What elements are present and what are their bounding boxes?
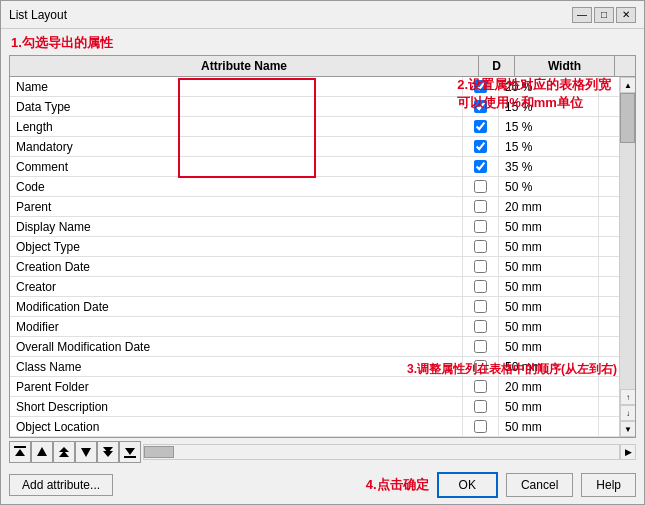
- cell-width: 50 mm: [499, 397, 599, 416]
- cell-checkbox: [463, 137, 499, 156]
- cell-checkbox: [463, 197, 499, 216]
- maximize-button[interactable]: □: [594, 7, 614, 23]
- table-row: Short Description50 mm: [10, 397, 619, 417]
- row-checkbox[interactable]: [474, 400, 487, 413]
- scroll-down-button-bottom[interactable]: ↓: [620, 405, 635, 421]
- cell-attribute-name: Code: [10, 177, 463, 196]
- table-row: Parent20 mm: [10, 197, 619, 217]
- scroll-bottom-button[interactable]: ▼: [620, 421, 635, 437]
- close-button[interactable]: ✕: [616, 7, 636, 23]
- minimize-button[interactable]: —: [572, 7, 592, 23]
- cell-spacer: [599, 97, 619, 116]
- row-checkbox[interactable]: [474, 220, 487, 233]
- row-checkbox[interactable]: [474, 280, 487, 293]
- table-row: Object Type50 mm: [10, 237, 619, 257]
- move-down-fast-button[interactable]: [97, 441, 119, 463]
- cell-attribute-name: Modification Date: [10, 297, 463, 316]
- row-checkbox[interactable]: [474, 420, 487, 433]
- vertical-scrollbar[interactable]: ▲ ↑ ↓ ▼: [619, 77, 635, 437]
- horizontal-scrollbar[interactable]: [143, 444, 620, 460]
- scroll-thumb[interactable]: [620, 93, 635, 143]
- table-row: Overall Modification Date50 mm: [10, 337, 619, 357]
- row-checkbox[interactable]: [474, 140, 487, 153]
- move-toolbar: ▶: [9, 438, 636, 466]
- row-checkbox[interactable]: [474, 160, 487, 173]
- cell-width: 50 mm: [499, 237, 599, 256]
- cell-width: 50 mm: [499, 297, 599, 316]
- svg-rect-8: [124, 456, 136, 458]
- cell-attribute-name: Comment: [10, 157, 463, 176]
- cell-width: 15 %: [499, 117, 599, 136]
- cell-spacer: [599, 357, 619, 376]
- table-row: Display Name50 mm: [10, 217, 619, 237]
- annotation-4-text: 4.点击确定: [366, 476, 429, 494]
- cell-attribute-name: Name: [10, 77, 463, 96]
- cell-width: 15 %: [499, 97, 599, 116]
- move-down-button[interactable]: [75, 441, 97, 463]
- cell-spacer: [599, 297, 619, 316]
- row-checkbox[interactable]: [474, 200, 487, 213]
- table-row: Modification Date50 mm: [10, 297, 619, 317]
- col-header-name: Attribute Name: [10, 56, 479, 76]
- svg-marker-2: [37, 447, 47, 456]
- row-checkbox[interactable]: [474, 320, 487, 333]
- svg-marker-1: [15, 449, 25, 456]
- cell-attribute-name: Display Name: [10, 217, 463, 236]
- cell-checkbox: [463, 337, 499, 356]
- cell-width: 20 mm: [499, 377, 599, 396]
- row-checkbox[interactable]: [474, 340, 487, 353]
- cell-spacer: [599, 77, 619, 96]
- scroll-track[interactable]: [620, 93, 635, 389]
- row-checkbox[interactable]: [474, 260, 487, 273]
- move-up-fast-button[interactable]: [53, 441, 75, 463]
- scroll-right-button[interactable]: ▶: [620, 444, 636, 460]
- move-bottom-button[interactable]: [119, 441, 141, 463]
- title-controls: — □ ✕: [572, 7, 636, 23]
- row-checkbox[interactable]: [474, 80, 487, 93]
- table-row: Name20 %: [10, 77, 619, 97]
- cell-spacer: [599, 417, 619, 436]
- table-body[interactable]: Name20 %Data Type15 %Length15 %Mandatory…: [10, 77, 619, 437]
- row-checkbox[interactable]: [474, 240, 487, 253]
- table-row: Modifier50 mm: [10, 317, 619, 337]
- help-button[interactable]: Help: [581, 473, 636, 497]
- cell-spacer: [599, 177, 619, 196]
- svg-rect-0: [14, 446, 26, 448]
- cell-attribute-name: Modifier: [10, 317, 463, 336]
- cell-spacer: [599, 217, 619, 236]
- cell-width: 20 mm: [499, 197, 599, 216]
- cell-checkbox: [463, 97, 499, 116]
- cell-checkbox: [463, 377, 499, 396]
- row-checkbox[interactable]: [474, 180, 487, 193]
- cell-spacer: [599, 377, 619, 396]
- cell-checkbox: [463, 357, 499, 376]
- cell-spacer: [599, 137, 619, 156]
- main-content: 2.设置属性对应的表格列宽 可以使用%和mm单位 Attribute Name …: [1, 55, 644, 466]
- cell-attribute-name: Overall Modification Date: [10, 337, 463, 356]
- scroll-up-button[interactable]: ▲: [620, 77, 635, 93]
- svg-marker-9: [125, 448, 135, 455]
- row-checkbox[interactable]: [474, 120, 487, 133]
- table-row: Mandatory15 %: [10, 137, 619, 157]
- cell-checkbox: [463, 177, 499, 196]
- move-up-button[interactable]: [31, 441, 53, 463]
- cancel-button[interactable]: Cancel: [506, 473, 573, 497]
- cell-attribute-name: Parent: [10, 197, 463, 216]
- add-attribute-button[interactable]: Add attribute...: [9, 474, 113, 496]
- row-checkbox[interactable]: [474, 380, 487, 393]
- ok-button[interactable]: OK: [437, 472, 498, 498]
- row-checkbox[interactable]: [474, 300, 487, 313]
- scroll-down-button-top[interactable]: ↑: [620, 389, 635, 405]
- table-row: Creator50 mm: [10, 277, 619, 297]
- h-scroll-thumb[interactable]: [144, 446, 174, 458]
- move-top-button[interactable]: [9, 441, 31, 463]
- table-row: Creation Date50 mm: [10, 257, 619, 277]
- main-window: List Layout — □ ✕ 1.勾选导出的属性 2.设置属性对应的表格列…: [0, 0, 645, 505]
- attribute-table: 2.设置属性对应的表格列宽 可以使用%和mm单位 Attribute Name …: [9, 55, 636, 438]
- cell-checkbox: [463, 217, 499, 236]
- row-checkbox[interactable]: [474, 360, 487, 373]
- cell-width: 50 mm: [499, 277, 599, 296]
- cell-attribute-name: Class Name: [10, 357, 463, 376]
- cell-checkbox: [463, 257, 499, 276]
- row-checkbox[interactable]: [474, 100, 487, 113]
